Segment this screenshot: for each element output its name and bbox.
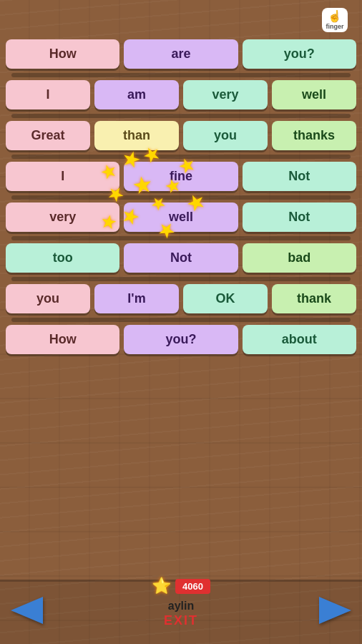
word-button-w13[interactable]: fine xyxy=(124,162,238,191)
word-button-w8[interactable]: Great xyxy=(6,121,90,150)
word-button-w9[interactable]: than xyxy=(94,121,179,150)
word-row-5: verywellNot xyxy=(6,203,356,232)
player-name: aylin xyxy=(168,600,194,613)
exit-button[interactable]: EXIT xyxy=(164,613,198,628)
word-button-w6[interactable]: very xyxy=(183,80,268,109)
row-separator-3 xyxy=(11,155,351,159)
word-button-w23[interactable]: OK xyxy=(183,284,268,313)
word-button-w27[interactable]: about xyxy=(243,325,356,354)
right-arrow-icon xyxy=(319,597,351,624)
word-row-1: Howareyou? xyxy=(6,39,356,69)
word-button-w10[interactable]: you xyxy=(183,121,268,150)
left-arrow-icon xyxy=(11,597,43,624)
word-button-w20[interactable]: bad xyxy=(243,243,356,273)
word-button-w19[interactable]: Not xyxy=(124,243,238,273)
nav-arrow-right[interactable] xyxy=(315,597,355,624)
row-separator-6 xyxy=(11,277,351,281)
word-row-2: Iamverywell xyxy=(6,80,356,109)
word-button-w1[interactable]: How xyxy=(6,39,119,69)
word-grid: Howareyou?IamverywellGreatthanyouthanksI… xyxy=(0,39,362,358)
word-button-w21[interactable]: you xyxy=(6,284,90,313)
word-button-w3[interactable]: you? xyxy=(243,39,356,69)
row-separator-7 xyxy=(11,318,351,322)
word-row-6: tooNotbad xyxy=(6,243,356,273)
row-separator-5 xyxy=(11,236,351,240)
word-button-w2[interactable]: are xyxy=(124,39,238,69)
row-separator-1 xyxy=(11,73,351,77)
nav-arrow-left[interactable] xyxy=(7,597,47,624)
logo-text: finger xyxy=(326,23,343,31)
word-button-w4[interactable]: I xyxy=(6,80,90,109)
word-button-w15[interactable]: very xyxy=(6,203,119,232)
word-row-8: Howyou?about xyxy=(6,325,356,354)
word-button-w24[interactable]: thank xyxy=(272,284,356,313)
logo: ☝️ finger xyxy=(313,6,356,34)
word-button-w25[interactable]: How xyxy=(6,325,119,354)
word-button-w7[interactable]: well xyxy=(272,80,356,109)
score-area: ⭐ 4060 xyxy=(152,577,210,595)
word-button-w12[interactable]: I xyxy=(6,162,119,191)
word-button-w14[interactable]: Not xyxy=(243,162,356,191)
score-badge: 4060 xyxy=(175,579,210,594)
score-star-icon: ⭐ xyxy=(152,577,171,595)
word-button-w26[interactable]: you? xyxy=(124,325,238,354)
word-button-w5[interactable]: am xyxy=(94,80,179,109)
word-row-3: Greatthanyouthanks xyxy=(6,121,356,150)
word-row-7: youI'mOKthank xyxy=(6,284,356,313)
word-button-w18[interactable]: too xyxy=(6,243,119,273)
word-row-4: IfineNot xyxy=(6,162,356,191)
row-separator-2 xyxy=(11,114,351,118)
word-button-w16[interactable]: well xyxy=(124,203,238,232)
word-button-w11[interactable]: thanks xyxy=(272,121,356,150)
word-button-w17[interactable]: Not xyxy=(243,203,356,232)
logo-hand-icon: ☝️ xyxy=(328,9,342,23)
word-button-w22[interactable]: I'm xyxy=(94,284,179,313)
row-separator-4 xyxy=(11,195,351,200)
